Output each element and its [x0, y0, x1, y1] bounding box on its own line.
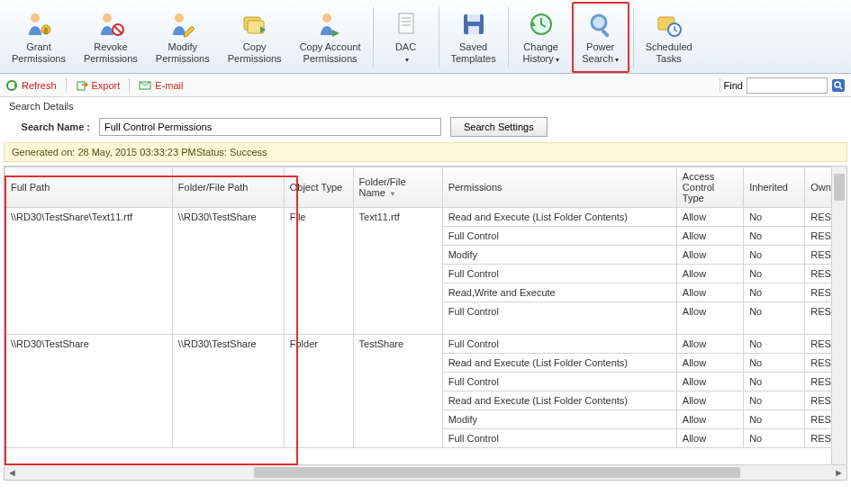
table-cell: No: [744, 246, 805, 265]
refresh-link[interactable]: Refresh: [5, 79, 57, 92]
table-cell: No: [744, 227, 805, 246]
ribbon-label: Permissions: [228, 53, 282, 65]
action-bar: Refresh Export E-mail Find: [0, 74, 851, 97]
sched-icon: [655, 10, 684, 41]
separator: [66, 78, 67, 93]
col-full-path[interactable]: Full Path: [5, 167, 173, 208]
table-cell: Allow: [676, 392, 743, 410]
refresh-label: Refresh: [22, 80, 57, 91]
table-cell: Full Control: [442, 265, 676, 284]
col-file-name[interactable]: Folder/File Name▼: [353, 167, 442, 208]
separator: [129, 78, 130, 93]
ribbon-dac-button[interactable]: DAC▾: [377, 2, 435, 73]
col-object-type[interactable]: Object Type: [284, 167, 353, 208]
table-cell: Read and Execute (List Folder Contents): [442, 208, 676, 227]
ribbon-label: Change: [523, 41, 558, 53]
table-cell: File: [284, 208, 353, 335]
scroll-right-icon[interactable]: ►: [831, 465, 846, 481]
table-cell: \\RD30\TestShare\Text11.rtf: [5, 208, 173, 335]
table-cell: No: [744, 410, 805, 429]
ribbon-label: DAC: [395, 41, 416, 53]
ribbon-label: Grant: [26, 41, 51, 53]
table-cell: Full Control: [442, 335, 676, 354]
col-folder-path[interactable]: Folder/File Path: [172, 167, 284, 208]
svg-rect-19: [601, 29, 610, 38]
status-text: Status: Success: [196, 147, 267, 158]
ribbon-modify-button[interactable]: ModifyPermissions: [148, 2, 218, 73]
ribbon-label: Scheduled: [646, 41, 693, 53]
search-details-panel: Search Details Search Name : Search Sett…: [0, 97, 851, 142]
table-cell: Allow: [676, 265, 743, 284]
dropdown-caret-icon: ▾: [556, 56, 559, 64]
table-cell: No: [744, 429, 805, 448]
ribbon-label: Permissions: [12, 53, 66, 65]
table-cell: Modify: [442, 410, 676, 429]
grant-icon: [24, 10, 53, 41]
ribbon-copy-button[interactable]: CopyPermissions: [220, 2, 290, 73]
scroll-left-icon[interactable]: ◄: [5, 465, 20, 481]
dropdown-caret-icon: ▾: [615, 56, 619, 64]
ribbon-label: History▾: [523, 53, 559, 66]
table-cell: Allow: [676, 410, 743, 429]
ribbon-copyacct-button[interactable]: Copy AccountPermissions: [292, 2, 369, 73]
search-name-input[interactable]: [99, 118, 441, 136]
separator: [633, 7, 634, 68]
ribbon-label: Permissions: [303, 53, 358, 65]
svg-point-0: [31, 14, 40, 22]
table-cell: No: [744, 284, 805, 302]
dac-icon: [392, 10, 421, 41]
psearch-icon: [586, 10, 615, 41]
export-icon: [76, 79, 88, 92]
ribbon-label: Permissions: [156, 53, 210, 65]
ribbon-label: Templates: [451, 53, 496, 65]
ribbon-chist-button[interactable]: ChangeHistory▾: [512, 2, 570, 73]
status-bar: Generated on: 28 May, 2015 03:33:23 PM S…: [4, 142, 847, 162]
col-permissions[interactable]: Permissions: [442, 167, 676, 208]
vertical-scrollbar[interactable]: [831, 166, 846, 464]
col-inherited[interactable]: Inherited: [744, 167, 805, 208]
table-cell: No: [744, 373, 805, 392]
copyacct-icon: [316, 10, 345, 41]
separator: [508, 7, 509, 68]
saved-icon: [459, 10, 488, 41]
chist-icon: [527, 10, 556, 41]
ribbon-psearch-button[interactable]: PowerSearch▾: [572, 2, 629, 73]
table-cell: Modify: [442, 246, 676, 265]
horizontal-scrollbar[interactable]: ◄ ►: [5, 464, 846, 480]
svg-line-5: [114, 26, 122, 33]
table-cell: Allow: [676, 302, 743, 335]
table-cell: No: [744, 335, 805, 354]
sort-indicator-icon: ▼: [389, 190, 396, 198]
ribbon-sched-button[interactable]: ScheduledTasks: [638, 2, 701, 73]
find-go-icon[interactable]: [831, 78, 846, 93]
table-cell: Allow: [676, 354, 743, 373]
ribbon-label: Revoke: [94, 41, 127, 53]
table-row[interactable]: \\RD30\TestShare\\RD30\TestShareFolderTe…: [5, 335, 847, 354]
svg-rect-16: [468, 26, 479, 34]
col-access-control-type[interactable]: Access Control Type: [676, 167, 743, 208]
table-cell: Full Control: [442, 373, 676, 392]
find-input[interactable]: [747, 77, 828, 94]
table-cell: No: [744, 354, 805, 373]
copy-icon: [240, 10, 269, 41]
export-link[interactable]: Export: [76, 79, 121, 92]
ribbon-label: Tasks: [656, 53, 682, 65]
email-link[interactable]: E-mail: [139, 79, 183, 92]
search-settings-button[interactable]: Search Settings: [450, 117, 548, 137]
column-header-row: Full Path Folder/File Path Object Type F…: [5, 167, 847, 208]
dropdown-caret-icon: ▾: [405, 56, 409, 64]
svg-rect-10: [399, 14, 413, 33]
ribbon-label: Saved: [459, 41, 487, 53]
svg-rect-15: [467, 14, 480, 22]
ribbon-grant-button[interactable]: GrantPermissions: [4, 2, 74, 73]
table-cell: No: [744, 265, 805, 284]
ribbon-saved-button[interactable]: SavedTemplates: [443, 2, 504, 73]
ribbon-revoke-button[interactable]: RevokePermissions: [76, 2, 146, 73]
svg-point-3: [103, 14, 112, 22]
table-cell: Full Control: [442, 302, 676, 335]
table-cell: \\RD30\TestShare: [172, 335, 284, 448]
table-row[interactable]: \\RD30\TestShare\Text11.rtf\\RD30\TestSh…: [5, 208, 847, 227]
separator: [373, 7, 374, 68]
table-cell: No: [744, 302, 805, 335]
ribbon-label: Permissions: [84, 53, 138, 65]
